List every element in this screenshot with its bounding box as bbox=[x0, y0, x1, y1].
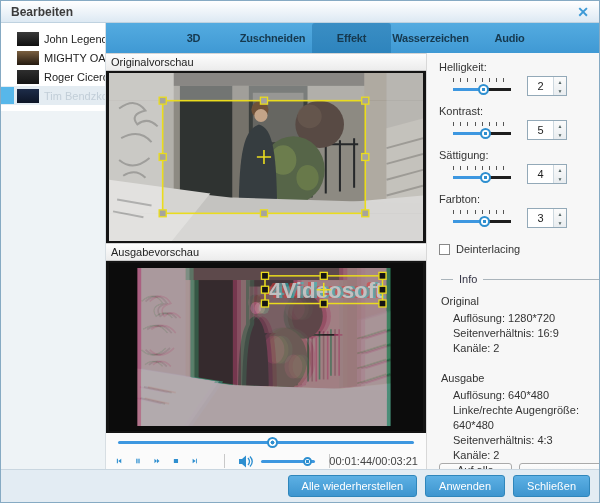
spinner-down-icon[interactable]: ▼ bbox=[554, 218, 566, 227]
volume-slider[interactable] bbox=[261, 457, 315, 466]
preview-column: Originalvorschau bbox=[106, 53, 426, 469]
video-thumbnail bbox=[17, 32, 39, 46]
tab-effekt[interactable]: Effekt bbox=[312, 23, 391, 53]
previous-frame-button[interactable] bbox=[116, 454, 122, 468]
hue-slider[interactable] bbox=[453, 210, 511, 227]
close-icon[interactable]: ✕ bbox=[577, 5, 589, 19]
spinner-up-icon[interactable]: ▲ bbox=[554, 165, 566, 174]
saturation-group: Sättigung: 4 ▲▼ bbox=[439, 149, 600, 184]
slider-thumb[interactable] bbox=[480, 128, 491, 139]
slider-thumb[interactable] bbox=[480, 172, 491, 183]
info-output-title: Ausgabe bbox=[441, 371, 600, 386]
spinner-down-icon[interactable]: ▼ bbox=[554, 130, 566, 139]
spinner-down-icon[interactable]: ▼ bbox=[554, 174, 566, 183]
info-legend: Info bbox=[441, 273, 600, 285]
brightness-slider[interactable] bbox=[453, 78, 511, 95]
edit-dialog: Bearbeiten ✕ John Legend - ... MIGHTY OA… bbox=[0, 0, 600, 503]
tab-zuschneiden[interactable]: Zuschneiden bbox=[233, 23, 312, 53]
info-line: Kanäle: 2 bbox=[439, 341, 600, 356]
slider-ticks bbox=[453, 210, 511, 214]
time-display: 00:01:44/00:03:21 bbox=[329, 455, 426, 467]
tab-3d[interactable]: 3D bbox=[154, 23, 233, 53]
list-item-label: Roger Cicero ... bbox=[44, 71, 105, 83]
contrast-slider[interactable] bbox=[453, 122, 511, 139]
spinner-up-icon[interactable]: ▲ bbox=[554, 209, 566, 218]
close-button[interactable]: Schließen bbox=[513, 475, 590, 497]
video-list-sidebar: John Legend - ... MIGHTY OAK... Roger Ci… bbox=[1, 23, 106, 469]
contrast-group: Kontrast: 5 ▲▼ bbox=[439, 105, 600, 140]
list-item-john-legend[interactable]: John Legend - ... bbox=[1, 29, 105, 48]
spinner-value: 3 bbox=[528, 209, 553, 227]
deinterlacing-label: Deinterlacing bbox=[456, 243, 520, 255]
list-item-label: John Legend - ... bbox=[44, 33, 105, 45]
saturation-spinner[interactable]: 4 ▲▼ bbox=[527, 164, 567, 184]
info-line: Linke/rechte Augengröße: 640*480 bbox=[439, 403, 600, 433]
restore-all-button[interactable]: Alle wiederherstellen bbox=[288, 475, 418, 497]
stop-button[interactable] bbox=[173, 454, 179, 468]
pause-button[interactable] bbox=[135, 454, 141, 468]
info-line: Seitenverhältnis: 4:3 bbox=[439, 433, 600, 448]
next-frame-button[interactable] bbox=[192, 454, 198, 468]
info-block: Original Auflösung: 1280*720 Seitenverhä… bbox=[439, 291, 600, 463]
seek-thumb[interactable] bbox=[267, 437, 278, 448]
title-bar: Bearbeiten ✕ bbox=[1, 1, 599, 23]
video-thumbnail bbox=[17, 51, 39, 65]
speaker-icon[interactable] bbox=[238, 455, 253, 468]
info-line: Auflösung: 1280*720 bbox=[439, 311, 600, 326]
list-item-label: Tim Bendzko ... bbox=[44, 90, 105, 102]
output-preview-canvas: 4Videosoft 4Videosoft 4Videosoft bbox=[109, 263, 423, 431]
slider-ticks bbox=[453, 78, 511, 82]
tab-bar: 3D Zuschneiden Effekt Wasserzeichen Audi… bbox=[106, 23, 599, 53]
slider-ticks bbox=[453, 166, 511, 170]
saturation-slider[interactable] bbox=[453, 166, 511, 183]
bottom-bar: Alle wiederherstellen Anwenden Schließen bbox=[1, 469, 599, 502]
tab-audio[interactable]: Audio bbox=[470, 23, 549, 53]
spinner-down-icon[interactable]: ▼ bbox=[554, 86, 566, 95]
slider-ticks bbox=[453, 122, 511, 126]
original-preview-header: Originalvorschau bbox=[106, 53, 426, 71]
list-item-label: MIGHTY OAK... bbox=[44, 52, 105, 64]
list-item-roger-cicero[interactable]: Roger Cicero ... bbox=[1, 67, 105, 86]
info-original-title: Original bbox=[441, 294, 600, 309]
original-preview bbox=[106, 71, 426, 243]
transport-controls: 00:01:44/00:03:21 bbox=[106, 451, 426, 471]
contrast-spinner[interactable]: 5 ▲▼ bbox=[527, 120, 567, 140]
list-item-mighty-oak[interactable]: MIGHTY OAK... bbox=[1, 48, 105, 67]
fast-forward-button[interactable] bbox=[154, 454, 160, 468]
video-thumbnail bbox=[17, 70, 39, 84]
spinner-value: 4 bbox=[528, 165, 553, 183]
contrast-label: Kontrast: bbox=[439, 105, 600, 117]
volume-thumb[interactable] bbox=[303, 457, 312, 466]
output-preview-header: Ausgabevorschau bbox=[106, 243, 426, 261]
info-line: Auflösung: 640*480 bbox=[439, 388, 600, 403]
brightness-label: Helligkeit: bbox=[439, 61, 600, 73]
deinterlacing-checkbox[interactable] bbox=[439, 244, 450, 255]
saturation-label: Sättigung: bbox=[439, 149, 600, 161]
spinner-value: 5 bbox=[528, 121, 553, 139]
list-item-tim-bendzko[interactable]: Tim Bendzko ... bbox=[1, 86, 105, 105]
info-line: Kanäle: 2 bbox=[439, 448, 600, 463]
output-preview: 4Videosoft 4Videosoft 4Videosoft bbox=[106, 261, 426, 433]
effect-panel: Helligkeit: 2 ▲▼ bbox=[426, 53, 600, 469]
hue-group: Farbton: 3 ▲▼ bbox=[439, 193, 600, 228]
spinner-up-icon[interactable]: ▲ bbox=[554, 121, 566, 130]
info-line: Seitenverhältnis: 16:9 bbox=[439, 326, 600, 341]
slider-thumb[interactable] bbox=[478, 84, 489, 95]
video-thumbnail bbox=[17, 89, 39, 103]
tab-wasserzeichen[interactable]: Wasserzeichen bbox=[391, 23, 470, 53]
slider-thumb[interactable] bbox=[479, 216, 490, 227]
hue-label: Farbton: bbox=[439, 193, 600, 205]
seek-bar[interactable] bbox=[118, 437, 414, 448]
dialog-title: Bearbeiten bbox=[1, 5, 73, 19]
spinner-value: 2 bbox=[528, 77, 553, 95]
original-preview-canvas bbox=[109, 73, 423, 241]
deinterlacing-row[interactable]: Deinterlacing bbox=[439, 243, 600, 255]
spinner-up-icon[interactable]: ▲ bbox=[554, 77, 566, 86]
brightness-group: Helligkeit: 2 ▲▼ bbox=[439, 61, 600, 96]
apply-button[interactable]: Anwenden bbox=[425, 475, 505, 497]
brightness-spinner[interactable]: 2 ▲▼ bbox=[527, 76, 567, 96]
hue-spinner[interactable]: 3 ▲▼ bbox=[527, 208, 567, 228]
